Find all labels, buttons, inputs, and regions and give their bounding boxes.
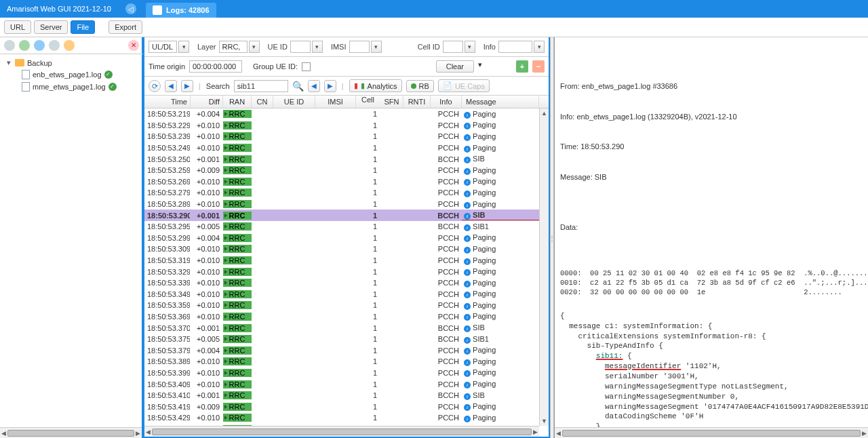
filter-info[interactable]: Info▾ — [484, 41, 545, 53]
table-row[interactable]: 18:50:53.359+0.010RRC1PCCHi Paging — [144, 300, 549, 311]
close-icon[interactable]: ✕ — [128, 40, 139, 51]
filter-imsi[interactable]: IMSI▾ — [331, 41, 382, 53]
grid-hscroll[interactable]: ◀▶ — [144, 426, 539, 437]
table-row[interactable]: 18:50:53.375+0.005RRC1BCCHi SIB1 — [144, 334, 549, 345]
col-info[interactable]: Info — [431, 96, 462, 108]
binoculars-icon[interactable]: 🔍 — [292, 81, 304, 92]
filter-cellid[interactable]: Cell ID▾ — [418, 41, 475, 53]
search-next-button[interactable]: ▶ — [324, 80, 336, 92]
details-hscroll[interactable]: ◀▶ — [555, 427, 868, 438]
table-row[interactable]: 18:50:53.339+0.010RRC1PCCHi Paging — [144, 277, 549, 289]
toolbar-icon-5[interactable] — [64, 40, 75, 51]
server-button[interactable]: Server — [34, 20, 68, 34]
toolbar-icon-1[interactable] — [4, 40, 15, 51]
col-imsi[interactable]: IMSI — [315, 96, 356, 108]
info-icon: i — [464, 382, 471, 389]
details-panel: From: enb_etws_page1.log #33686 Info: en… — [555, 37, 868, 438]
history-fwd-button[interactable]: ▶ — [181, 80, 193, 92]
info-icon: i — [464, 359, 471, 366]
collapse-icon[interactable]: ▾ — [5, 58, 12, 67]
refresh-button[interactable]: ⟳ — [149, 80, 161, 92]
clear-button[interactable]: Clear — [436, 60, 474, 73]
table-row[interactable]: 18:50:53.309+0.010RRC1PCCHi Paging — [144, 243, 549, 255]
table-row[interactable]: 18:50:53.289+0.010RRC1PCCHi Paging — [144, 199, 549, 210]
check-icon: ✓ — [104, 71, 113, 79]
info-icon: i — [464, 404, 471, 411]
uecaps-button[interactable]: 📄UE Caps — [438, 79, 490, 92]
filter-layer[interactable]: LayerRRC,▾ — [197, 41, 260, 53]
col-sfn[interactable]: SFN — [380, 96, 403, 108]
table-row[interactable]: 18:50:53.410+0.001RRC1BCCHi SIB — [144, 390, 549, 401]
file-icon — [153, 5, 162, 15]
sidebar-hscroll[interactable]: ◀▶ — [0, 427, 142, 438]
table-row[interactable]: 18:50:53.229+0.010RRC1PCCHi Paging — [144, 120, 549, 132]
rb-button[interactable]: RB — [406, 80, 434, 92]
table-row[interactable]: 18:50:53.279+0.010RRC1PCCHi Paging — [144, 187, 549, 199]
add-filter-button[interactable]: + — [516, 60, 528, 73]
tree-file[interactable]: enb_etws_page1.log ✓ — [3, 68, 139, 81]
info-icon: i — [464, 123, 471, 130]
decoded-message: { message c1: systemInformation: { criti… — [560, 311, 863, 427]
col-rnti[interactable]: RNTI — [403, 96, 431, 108]
tabbar: Logs: 42806 — [143, 0, 868, 18]
toolbar-icon-4[interactable] — [49, 40, 60, 51]
table-row[interactable]: 18:50:53.290+0.001RRC1BCCHi SIB — [144, 210, 549, 221]
table-row[interactable]: 18:50:53.369+0.010RRC1PCCHi Paging — [144, 311, 549, 323]
col-ran[interactable]: RAN — [223, 96, 252, 108]
table-row[interactable]: 18:50:53.409+0.010RRC1PCCHi Paging — [144, 378, 549, 390]
filter-ueid[interactable]: UE ID▾ — [268, 41, 323, 53]
table-row[interactable]: 18:50:53.370+0.001RRC1BCCHi SIB — [144, 322, 549, 334]
table-row[interactable]: 18:50:53.249+0.010RRC1PCCHi Paging — [144, 142, 549, 154]
toolbar-icon-2[interactable] — [19, 40, 30, 51]
table-row[interactable]: 18:50:53.295+0.005RRC1BCCHi SIB1 — [144, 221, 549, 233]
tab-logs[interactable]: Logs: 42806 — [146, 3, 216, 18]
file-toolbar: ✕ — [0, 37, 143, 54]
file-icon — [22, 70, 30, 79]
col-diff[interactable]: Diff — [191, 96, 223, 108]
group-ueid-label: Group UE ID: — [253, 62, 298, 71]
info-icon: i — [464, 303, 471, 310]
col-cell[interactable]: Cell — [356, 96, 380, 108]
col-cn[interactable]: CN — [252, 96, 273, 108]
table-row[interactable]: 18:50:53.250+0.001RRC1BCCHi SIB — [144, 153, 549, 165]
history-back-button[interactable]: ◀ — [165, 80, 177, 92]
table-row[interactable]: 18:50:53.269+0.010RRC1PCCHi Paging — [144, 176, 549, 188]
tree-root[interactable]: ▾ Backup — [3, 57, 139, 68]
remove-filter-button[interactable]: − — [532, 60, 545, 73]
col-message[interactable]: Message — [462, 96, 539, 108]
file-button[interactable]: File — [71, 20, 95, 34]
info-icon: i — [464, 168, 471, 175]
info-label: Info: — [560, 113, 574, 121]
table-row[interactable]: 18:50:53.389+0.010RRC1PCCHi Paging — [144, 356, 549, 367]
clear-dropdown[interactable]: ▾ — [478, 60, 512, 73]
collapse-sidebar-icon[interactable]: ◁ — [125, 3, 136, 14]
vertical-scrollbar[interactable]: ▲▼ — [539, 108, 549, 426]
url-button[interactable]: URL — [4, 20, 31, 34]
export-button[interactable]: Export — [108, 20, 142, 34]
file-label: enb_etws_page1.log — [33, 71, 102, 79]
tree-file[interactable]: mme_etws_page1.log ✓ — [3, 81, 139, 93]
table-row[interactable]: 18:50:53.419+0.009RRC1PCCHi Paging — [144, 401, 549, 412]
table-row[interactable]: 18:50:53.219+0.004RRC1PCCHi Paging — [144, 108, 549, 120]
analytics-button[interactable]: ▮▮Analytics — [349, 79, 402, 92]
search-input[interactable]: sib11 — [234, 80, 288, 92]
info-icon: i — [464, 134, 471, 141]
group-ueid-checkbox[interactable] — [302, 62, 311, 71]
time-origin-input[interactable]: 00:00:00.000 — [189, 60, 242, 73]
table-row[interactable]: 18:50:53.379+0.004RRC1PCCHi Paging — [144, 344, 549, 356]
search-prev-button[interactable]: ◀ — [308, 80, 320, 92]
table-row[interactable]: 18:50:53.319+0.010RRC1PCCHi Paging — [144, 255, 549, 266]
info-icon: i — [464, 213, 471, 220]
table-row[interactable]: 18:50:53.259+0.009RRC1PCCHi Paging — [144, 165, 549, 176]
table-row[interactable]: 18:50:53.349+0.010RRC1PCCHi Paging — [144, 289, 549, 300]
col-ueid[interactable]: UE ID — [273, 96, 315, 108]
col-time[interactable]: Time — [144, 96, 191, 108]
toolbar-icon-3[interactable] — [34, 40, 45, 51]
table-row[interactable]: 18:50:53.239+0.010RRC1PCCHi Paging — [144, 131, 549, 142]
table-row[interactable]: 18:50:53.329+0.010RRC1PCCHi Paging — [144, 266, 549, 277]
splitter[interactable]: ⋮ — [550, 37, 554, 438]
table-row[interactable]: 18:50:53.429+0.010RRC1PCCHi Paging — [144, 412, 549, 424]
filter-uldl[interactable]: UL/DL▾ — [149, 41, 189, 53]
table-row[interactable]: 18:50:53.299+0.004RRC1PCCHi Paging — [144, 233, 549, 244]
table-row[interactable]: 18:50:53.399+0.010RRC1PCCHi Paging — [144, 367, 549, 379]
